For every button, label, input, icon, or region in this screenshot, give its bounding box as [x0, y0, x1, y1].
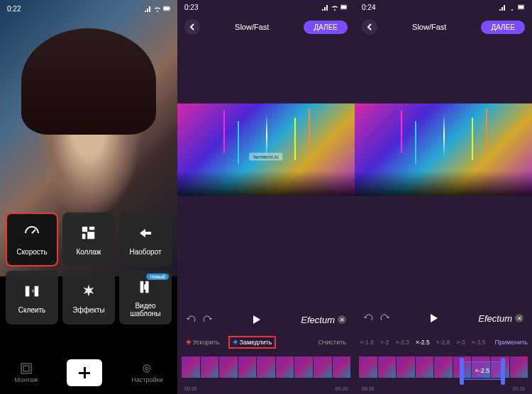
reverse-tile[interactable]: Наоборот — [119, 213, 172, 266]
tile-label: Склеить — [18, 306, 45, 314]
tile-label: Наоборот — [129, 248, 161, 256]
brand-label: Efectum✕ — [478, 313, 523, 324]
back-button[interactable] — [362, 19, 377, 35]
new-badge: Новый — [146, 274, 169, 280]
timeline-thumb — [314, 356, 332, 378]
nav-label: Настройки — [131, 376, 162, 383]
svg-text:+: + — [31, 287, 35, 294]
brand-label: Efectum✕ — [301, 315, 346, 325]
speed-tabs: ✚Ускорить ✚Замедлить Очистить — [177, 333, 355, 351]
editor-screen-tabs: 0:23 Slow/Fast ДАЛЕЕ farmlend.ru Efectum… — [177, 0, 355, 394]
svg-rect-18 — [341, 6, 346, 9]
video-preview[interactable]: farmlend.ru — [177, 103, 355, 196]
redo-icon[interactable] — [380, 313, 390, 323]
undo-redo — [186, 315, 213, 325]
redo-icon[interactable] — [203, 315, 213, 325]
battery-icon — [163, 5, 170, 12]
svg-point-16 — [145, 367, 148, 370]
speed-values[interactable]: 1.5 ×-1.8 ×-2 ×-2.3 ×-2.5 ×-2.8 ×-3 ×-3.… — [355, 333, 532, 351]
tile-label: Эффекты — [72, 306, 104, 314]
wifi-icon — [154, 5, 161, 12]
speed-option[interactable]: ×-3.5 — [472, 339, 486, 346]
svg-rect-11 — [145, 281, 149, 293]
minus-icon: ✚ — [233, 339, 238, 345]
montage-nav[interactable]: Монтаж — [15, 363, 38, 383]
speed-option-active[interactable]: ×-2.5 — [416, 339, 430, 346]
svg-rect-4 — [89, 226, 94, 230]
svg-rect-3 — [82, 226, 87, 231]
undo-icon[interactable] — [186, 315, 196, 325]
svg-rect-6 — [87, 232, 94, 239]
add-button[interactable] — [67, 359, 102, 386]
clock: 0:22 — [7, 5, 21, 13]
wifi-icon — [509, 4, 516, 11]
top-bar: Slow/Fast ДАЛЕЕ — [355, 14, 532, 40]
tile-label: Видео шаблоны — [119, 302, 172, 317]
bottom-nav: Монтаж Настройки — [0, 351, 177, 394]
speed-option[interactable]: ×-2.3 — [395, 339, 409, 346]
svg-rect-8 — [35, 286, 38, 296]
merge-tile[interactable]: + Склеить — [6, 271, 58, 325]
montage-icon — [21, 363, 32, 374]
merge-icon: + — [23, 282, 41, 300]
battery-icon — [340, 4, 348, 11]
apply-button[interactable]: Применить — [494, 339, 528, 346]
signal-icon — [322, 4, 329, 11]
timeline-thumb — [378, 356, 397, 378]
timeline-start: 00:28 — [184, 386, 197, 391]
timeline-end: 09:28 — [335, 386, 348, 391]
next-button[interactable]: ДАЛЕЕ — [481, 21, 525, 34]
watermark: farmlend.ru — [249, 153, 282, 161]
next-button[interactable]: ДАЛЕЕ — [304, 21, 348, 34]
chevron-left-icon — [189, 23, 196, 30]
timeline-start: 00:28 — [362, 386, 375, 391]
speed-option[interactable]: ×-2.8 — [436, 339, 450, 346]
svg-rect-13 — [21, 364, 31, 373]
nav-label: Монтаж — [15, 376, 38, 383]
timeline-thumb — [219, 356, 238, 378]
speed-option[interactable]: ×-2 — [380, 339, 389, 346]
templates-icon — [136, 278, 155, 296]
feature-grid: Скорость Коллаж Наоборот + Склеить Эффек… — [6, 213, 172, 325]
status-bar: 0:22 — [0, 1, 177, 16]
effects-tile[interactable]: Эффекты — [62, 271, 115, 325]
tile-label: Коллаж — [76, 248, 101, 256]
speed-option[interactable]: ×-3 — [456, 339, 465, 346]
clear-tab[interactable]: Очистить — [316, 337, 349, 347]
speed-tile[interactable]: Скорость — [6, 213, 58, 266]
settings-nav[interactable]: Настройки — [131, 363, 162, 383]
svg-rect-14 — [23, 366, 29, 371]
timeline-thumb — [257, 356, 275, 378]
timeline-thumb — [359, 356, 377, 378]
collage-tile[interactable]: Коллаж — [62, 213, 115, 266]
timeline-thumb — [294, 356, 313, 378]
back-button[interactable] — [184, 19, 200, 35]
undo-redo — [363, 313, 390, 323]
play-button[interactable] — [431, 314, 438, 322]
svg-rect-2 — [164, 7, 169, 10]
speedup-tab[interactable]: ✚Ускорить — [183, 337, 223, 347]
undo-icon[interactable] — [363, 313, 373, 323]
templates-tile[interactable]: Новый Видео шаблоны — [119, 271, 172, 325]
timeline-thumb — [333, 356, 351, 378]
wifi-icon — [331, 4, 338, 11]
close-brand-icon[interactable]: ✕ — [338, 315, 346, 324]
chevron-left-icon — [366, 23, 373, 30]
svg-rect-10 — [140, 281, 144, 293]
svg-rect-7 — [26, 286, 30, 296]
plus-icon: ✚ — [186, 339, 192, 345]
timeline[interactable] — [355, 353, 532, 381]
play-button[interactable] — [253, 315, 260, 324]
signal-icon — [499, 4, 506, 11]
timeline-thumb — [276, 356, 294, 378]
speed-selection-handle[interactable]: ×-2.5 — [461, 361, 504, 380]
svg-rect-20 — [519, 6, 523, 9]
timeline[interactable] — [177, 353, 355, 381]
close-brand-icon[interactable]: ✕ — [515, 314, 523, 322]
speed-option[interactable]: ×-1.8 — [360, 339, 374, 346]
video-preview[interactable] — [355, 103, 532, 196]
editor-screen-speeds: 0:24 Slow/Fast ДАЛЕЕ Efectum✕ 1.5 ×-1.8 … — [355, 0, 532, 394]
slowdown-tab[interactable]: ✚Замедлить — [228, 336, 277, 349]
timeline-thumb — [510, 356, 528, 378]
signal-icon — [145, 5, 152, 12]
